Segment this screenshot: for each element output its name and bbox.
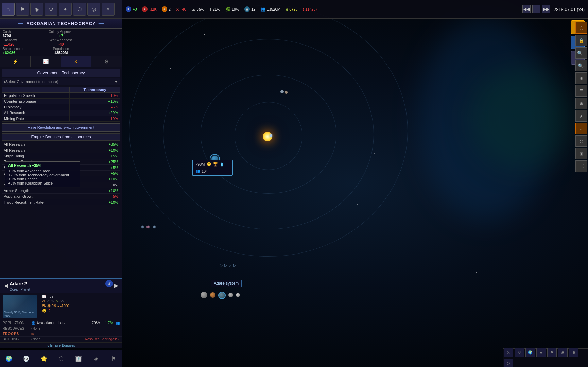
right-ctrl-zoom-out-btn[interactable]: 🔍- — [575, 60, 587, 71]
map-planet-companion[interactable] — [270, 134, 272, 137]
toolbar-flask-btn[interactable]: ⬡ — [73, 3, 86, 16]
planet-resources-row: RESOURCES (None) — [0, 326, 122, 331]
planet-mini-1[interactable] — [201, 292, 207, 298]
bottom-nav-flag2-btn[interactable]: ⚑ — [107, 352, 120, 366]
toolbar-planet-btn[interactable]: ◎ — [87, 3, 100, 16]
bottom-nav-building-btn[interactable]: 🏢 — [72, 352, 85, 366]
right-ctrl-terrain-btn[interactable]: ⬡ — [575, 22, 587, 34]
map-planet-far2[interactable] — [285, 91, 288, 94]
right-ctrl-target-btn[interactable]: ⊕ — [575, 98, 587, 109]
brc-btn-4[interactable]: ★ — [536, 348, 546, 357]
planet-mini-3[interactable] — [218, 292, 226, 299]
bottom-nav-planet-btn[interactable]: 🌍 — [2, 352, 16, 366]
status-cashflow-neg: (-11426) — [303, 7, 317, 11]
brc-btn-8[interactable]: ⬡ — [504, 359, 513, 367]
status-population[interactable]: 👥 13520M — [260, 7, 280, 12]
status-growth[interactable]: 🌿 19% — [225, 7, 239, 12]
tab-graph[interactable]: 📈 — [31, 56, 61, 67]
credits-icon: ■ — [126, 6, 131, 12]
right-ctrl-lock-btn[interactable]: 🔒 — [575, 35, 587, 46]
ship-icon-5[interactable]: ▷ — [224, 263, 227, 268]
empty-col2 — [81, 38, 119, 46]
cash-label: Cash — [3, 30, 41, 34]
brc-btn-7[interactable]: ⊕ — [569, 348, 578, 357]
ship-icon-7[interactable]: ▷ — [233, 263, 236, 268]
right-ctrl-shield-btn[interactable]: 🛡 — [575, 123, 587, 134]
brc-btn-5[interactable]: ⚑ — [547, 348, 557, 357]
rewind-btn[interactable]: ◀◀ — [522, 5, 531, 13]
war-weariness-label: War Weariness — [50, 38, 73, 42]
status-weariness[interactable]: ✕ -40 — [176, 7, 186, 12]
brc-btn-3[interactable]: 🌍 — [525, 348, 535, 357]
bottom-nav-hex-btn[interactable]: ⬡ — [54, 352, 68, 366]
tab-settings[interactable]: ⚙ — [91, 56, 122, 67]
revolution-button[interactable]: Have Revolution and switch government — [2, 123, 120, 132]
eb-val-10: -5% — [111, 194, 118, 198]
planet-nav-prev[interactable]: ◀ — [3, 282, 10, 289]
bonus-income-value: +62086 — [3, 51, 41, 55]
status-cashflow[interactable]: ● -32K — [142, 6, 157, 12]
government-compare-dropdown[interactable]: (Select Government to compare) ▼ — [2, 78, 120, 85]
status-wars[interactable]: ● 2 — [162, 6, 171, 12]
status-ships[interactable]: ◉ 12 — [244, 6, 255, 12]
tab-troops[interactable]: ⚔ — [61, 56, 92, 67]
planet-mini-4[interactable] — [228, 293, 233, 297]
brc-btn-6[interactable]: ◉ — [558, 348, 568, 357]
stat-colony-approval: Colony Approval +7 — [42, 30, 80, 38]
planet-refresh-btn[interactable]: ↺ — [105, 280, 113, 287]
forward-btn[interactable]: ▶▶ — [542, 5, 550, 13]
right-ctrl-map-btn[interactable]: ⊞ — [575, 72, 587, 84]
ship-icon-3[interactable]: ⊗ — [152, 224, 156, 229]
popup-row1: 798M 😊 🏆 💧 — [195, 162, 229, 168]
eb-val-2: +10% — [109, 148, 118, 152]
right-ctrl-expand-btn[interactable]: ⊞ — [575, 148, 587, 159]
toolbar-sword-btn[interactable]: ✦ — [59, 3, 72, 16]
status-credits[interactable]: ■ +0 — [126, 6, 137, 12]
planet-cash-icon: $ — [56, 299, 58, 303]
toolbar-tech-btn[interactable]: ⚙ — [45, 3, 57, 16]
ship-icon-4[interactable]: ▷ — [220, 263, 223, 268]
pop-race-icon: 👤 — [31, 321, 35, 325]
empire-bonuses-link[interactable]: 5 Empire Bonuses — [0, 342, 122, 348]
planet-side-stats: 📈 39 ⚙ 31% $ 6% 8K @ 0% = -1000 😐 -2 — [42, 295, 120, 318]
bottom-nav-skull-btn[interactable]: 💀 — [19, 352, 33, 366]
toolbar-ships-btn[interactable]: ◉ — [30, 3, 43, 16]
planet-income-row: 8K @ 0% = -1000 — [42, 304, 120, 308]
planet-growth-val: 39 — [50, 295, 53, 298]
empire-bonus-row-troop-recruit: Troop Recruitment Rate +10% — [2, 199, 120, 205]
toolbar-home-btn[interactable]: ⌂ — [2, 3, 15, 16]
planet-card-header: ◀ Adare 2 ↺ Ocean Planet ▶ — [0, 279, 122, 293]
right-ctrl-fullscreen-btn[interactable]: ⛶ — [575, 160, 587, 172]
right-ctrl-zoom-in-btn[interactable]: 🔍+ — [575, 47, 587, 59]
right-ctrl-planet2-btn[interactable]: ◎ — [575, 135, 587, 147]
tab-lightning[interactable]: ⚡ — [0, 56, 31, 67]
popup-trophy-icon: 🏆 — [213, 162, 218, 167]
toolbar-wrench-btn[interactable]: ✧ — [102, 3, 115, 16]
planet-nav-next[interactable]: ▶ — [113, 282, 120, 289]
resources-value: (None) — [31, 327, 42, 330]
status-shield[interactable]: ☁ 35% — [191, 7, 204, 12]
ship-icon-2[interactable]: ⊗ — [146, 224, 150, 229]
bottom-nav-diamond-btn[interactable]: ◈ — [89, 352, 103, 366]
right-ctrl-star2-btn[interactable]: ★ — [575, 110, 587, 122]
brc-btn-1[interactable]: ⚔ — [504, 348, 513, 357]
ship-icon-6[interactable]: ▷ — [229, 263, 231, 268]
brc-btn-2[interactable]: 🛡 — [515, 348, 524, 357]
map-planet-popup[interactable]: 798M 😊 🏆 💧 👥 104 — [192, 160, 233, 176]
right-ctrl-filter-btn[interactable]: ☰ — [575, 85, 587, 97]
planet-mini-5[interactable] — [236, 293, 240, 297]
status-moon[interactable]: ◗ 21% — [209, 7, 220, 12]
map-planet-far[interactable] — [280, 90, 284, 93]
shield-icon: ☁ — [191, 7, 195, 12]
planet-mini-2[interactable] — [210, 292, 215, 298]
pause-btn[interactable]: ⏸ — [532, 5, 540, 13]
bottom-nav-star-btn[interactable]: ⭐ — [37, 352, 51, 366]
planet-stat-row1: 📈 39 — [42, 295, 120, 298]
ship-icon-1[interactable]: ⊗ — [141, 224, 145, 229]
bonus-row-mining: Mining Rate -10% — [2, 116, 120, 122]
eb-val-11: +10% — [109, 200, 118, 204]
toolbar-flag-btn[interactable]: ⚑ — [16, 3, 29, 16]
top-status-bar: ■ +0 ● -32K ● 2 ✕ -40 ☁ 35% ◗ 21% 🌿 19% … — [122, 0, 588, 19]
status-cash[interactable]: $ 6798 — [286, 7, 298, 12]
empire-bonuses-header: Empire Bonuses from all sources — [2, 133, 120, 141]
